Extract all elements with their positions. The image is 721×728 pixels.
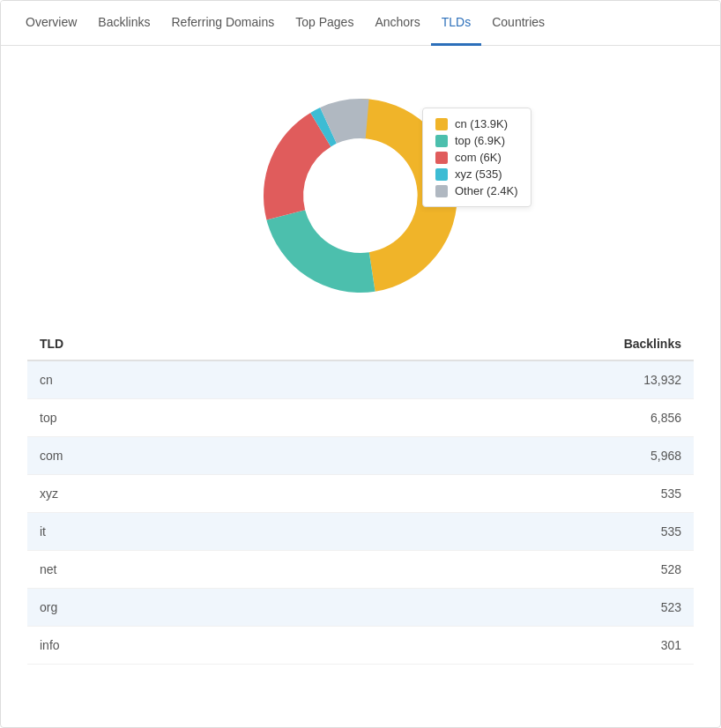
- data-table: TLD Backlinks cn13,932top6,856com5,968xy…: [27, 328, 694, 665]
- table-row: top6,856: [27, 399, 694, 437]
- tooltip-label: com (6K): [455, 151, 502, 164]
- backlinks-cell: 535: [275, 513, 694, 551]
- nav-tab-countries[interactable]: Countries: [481, 1, 555, 46]
- tooltip-swatch: [435, 185, 448, 197]
- tooltip-swatch: [435, 168, 448, 181]
- tooltip-label: Other (2.4K): [455, 184, 518, 197]
- tooltip-row: top (6.9K): [435, 134, 518, 147]
- tld-cell: org: [27, 589, 275, 627]
- tld-cell: it: [27, 513, 275, 551]
- backlinks-cell: 535: [275, 475, 694, 513]
- tooltip-row: com (6K): [435, 151, 518, 164]
- tld-cell: xyz: [27, 475, 275, 513]
- col-tld-header: TLD: [27, 328, 275, 360]
- nav-tab-anchors[interactable]: Anchors: [364, 1, 430, 46]
- tooltip-swatch: [435, 152, 448, 164]
- donut-chart: cn (13.9K)top (6.9K)com (6K)xyz (535)Oth…: [246, 81, 475, 310]
- backlinks-cell: 13,932: [275, 360, 694, 399]
- table-row: cn13,932: [27, 360, 694, 399]
- backlinks-cell: 523: [275, 589, 694, 627]
- backlinks-cell: 5,968: [275, 437, 694, 475]
- nav-tab-backlinks[interactable]: Backlinks: [87, 1, 160, 46]
- tooltip-label: cn (13.9K): [455, 117, 508, 130]
- tld-cell: com: [27, 437, 275, 475]
- tld-cell: top: [27, 399, 275, 437]
- nav-tab-top-pages[interactable]: Top Pages: [285, 1, 364, 46]
- backlinks-cell: 6,856: [275, 399, 694, 437]
- nav-tab-tlds[interactable]: TLDs: [431, 1, 481, 46]
- nav-tab-overview[interactable]: Overview: [15, 1, 87, 46]
- tooltip-row: cn (13.9K): [435, 117, 518, 130]
- tooltip-row: Other (2.4K): [435, 184, 518, 197]
- chart-area: cn (13.9K)top (6.9K)com (6K)xyz (535)Oth…: [1, 46, 720, 328]
- chart-tooltip: cn (13.9K)top (6.9K)com (6K)xyz (535)Oth…: [422, 108, 531, 207]
- table-row: info301: [27, 627, 694, 665]
- col-backlinks-header: Backlinks: [275, 328, 694, 360]
- backlinks-cell: 301: [275, 627, 694, 665]
- nav-tab-referring-domains[interactable]: Referring Domains: [161, 1, 286, 46]
- tooltip-swatch: [435, 118, 448, 130]
- tooltip-swatch: [435, 135, 448, 147]
- table-row: xyz535: [27, 475, 694, 513]
- table-row: net528: [27, 551, 694, 589]
- table-row: org523: [27, 589, 694, 627]
- tld-cell: cn: [27, 360, 275, 399]
- tooltip-label: top (6.9K): [455, 134, 505, 147]
- nav-tabs: OverviewBacklinksReferring DomainsTop Pa…: [1, 1, 720, 46]
- table-section: TLD Backlinks cn13,932top6,856com5,968xy…: [1, 328, 720, 691]
- tld-cell: info: [27, 627, 275, 665]
- tld-cell: net: [27, 551, 275, 589]
- table-row: com5,968: [27, 437, 694, 475]
- tooltip-row: xyz (535): [435, 167, 518, 181]
- tooltip-label: xyz (535): [455, 167, 502, 181]
- backlinks-cell: 528: [275, 551, 694, 589]
- table-row: it535: [27, 513, 694, 551]
